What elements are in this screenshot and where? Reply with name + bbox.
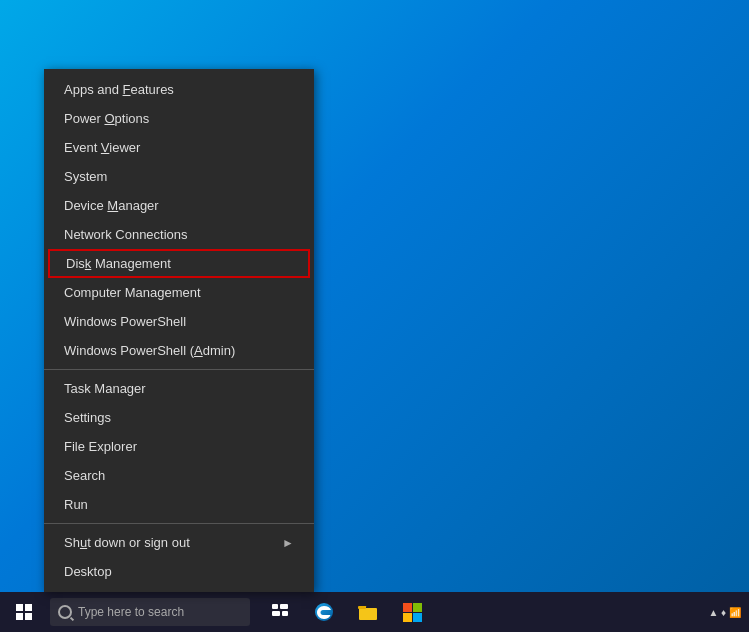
svg-rect-9 [403,613,412,622]
menu-item-computer-management[interactable]: Computer Management [44,278,314,307]
svg-rect-0 [272,604,278,609]
task-view-icon [270,602,290,622]
menu-item-power-options[interactable]: Power Options [44,104,314,133]
desktop: Apps and Features Power Options Event Vi… [0,0,749,632]
edge-icon [314,602,334,622]
svg-rect-7 [403,603,412,612]
system-tray: ▲ ♦ 📶 [708,607,741,618]
windows-logo-icon [16,604,32,620]
taskbar-icon-edge[interactable] [304,592,344,632]
svg-rect-6 [358,606,366,609]
taskbar-app-icons [260,592,432,632]
menu-item-task-manager[interactable]: Task Manager [44,374,314,403]
taskbar-search-placeholder: Type here to search [78,605,184,619]
store-icon [402,602,422,622]
menu-item-shut-down[interactable]: Shut down or sign out ► [44,528,314,557]
menu-item-system[interactable]: System [44,162,314,191]
context-menu: Apps and Features Power Options Event Vi… [44,69,314,592]
svg-rect-2 [272,611,280,616]
separator-2 [44,523,314,524]
menu-item-disk-management[interactable]: Disk Management [48,249,310,278]
menu-item-run[interactable]: Run [44,490,314,519]
menu-item-desktop[interactable]: Desktop [44,557,314,586]
menu-item-event-viewer[interactable]: Event Viewer [44,133,314,162]
search-icon [58,605,72,619]
svg-rect-8 [413,603,422,612]
menu-item-windows-powershell[interactable]: Windows PowerShell [44,307,314,336]
svg-rect-5 [359,608,377,620]
menu-item-file-explorer[interactable]: File Explorer [44,432,314,461]
file-explorer-icon [358,602,378,622]
start-button[interactable] [0,592,48,632]
menu-item-windows-powershell-admin[interactable]: Windows PowerShell (Admin) [44,336,314,365]
taskbar-search-bar[interactable]: Type here to search [50,598,250,626]
menu-item-apps-features[interactable]: Apps and Features [44,75,314,104]
menu-item-search[interactable]: Search [44,461,314,490]
taskbar-icon-task-view[interactable] [260,592,300,632]
taskbar: Type here to search [0,592,749,632]
svg-rect-10 [413,613,422,622]
submenu-arrow-icon: ► [282,536,294,550]
taskbar-icon-file-explorer[interactable] [348,592,388,632]
svg-rect-1 [280,604,288,609]
menu-item-settings[interactable]: Settings [44,403,314,432]
taskbar-right: ▲ ♦ 📶 [708,607,749,618]
taskbar-icon-store[interactable] [392,592,432,632]
menu-item-device-manager[interactable]: Device Manager [44,191,314,220]
svg-rect-3 [282,611,288,616]
separator-1 [44,369,314,370]
menu-item-network-connections[interactable]: Network Connections [44,220,314,249]
